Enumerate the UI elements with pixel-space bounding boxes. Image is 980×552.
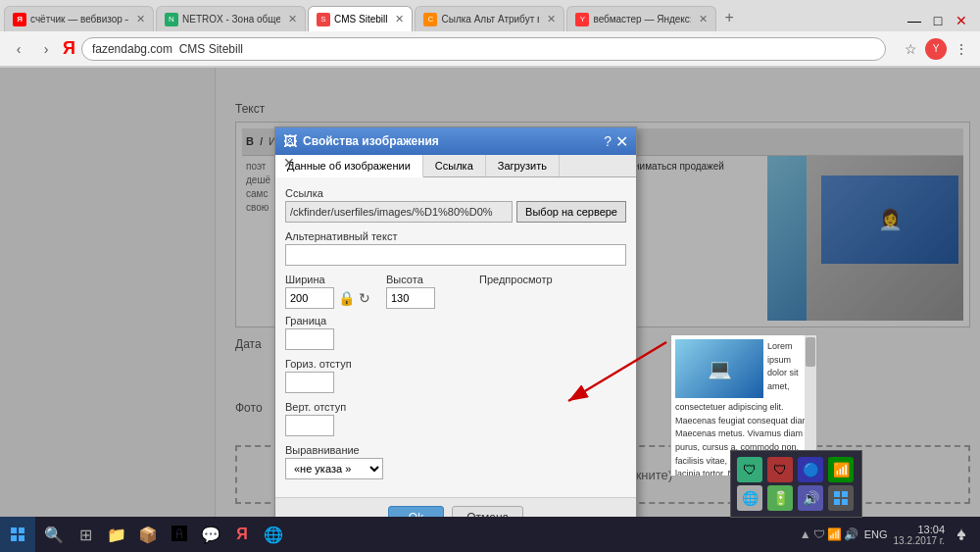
tab-label-counter: счётчик — вебвизор — Я... <box>30 14 128 25</box>
tab-webmaster[interactable]: Y вебмастер — Яндекс: наш... ✕ <box>566 6 716 31</box>
windows-start-icon <box>10 527 25 542</box>
two-col-layout: Ширина 🔒 ↻ Высота <box>285 274 626 487</box>
align-select[interactable]: «не указа » <box>285 458 383 479</box>
close-window-button[interactable]: ✕ <box>951 10 972 31</box>
tab-favicon-cms: S <box>317 13 330 26</box>
modal-tab-upload[interactable]: Загрузить <box>486 155 560 176</box>
link-form-row: Ссылка Выбор на сервере <box>285 187 626 223</box>
tab-close-counter[interactable]: ✕ <box>136 13 145 25</box>
forward-button[interactable]: › <box>35 38 57 60</box>
modal-titlebar: 🖼 Свойства изображения ? ✕ <box>275 127 636 155</box>
modal-image-icon: 🖼 <box>283 133 297 149</box>
hmargin-form-row: Гориз. отступ <box>285 358 471 393</box>
svg-rect-2 <box>834 491 840 497</box>
tab-label-cms: CMS Sitebill <box>334 14 387 25</box>
tab-close-netrox[interactable]: ✕ <box>288 13 297 25</box>
tray-icon-1[interactable]: 🛡 <box>737 457 762 482</box>
modal-tab-link[interactable]: Ссылка <box>423 155 486 176</box>
minimize-button[interactable]: — <box>904 10 925 31</box>
preview-label: Предпросмотр <box>479 274 626 285</box>
width-input[interactable] <box>285 287 334 309</box>
taskbar-items: 🔍 ⊞ 📁 📦 🅰 💬 Я 🌐 <box>35 520 792 549</box>
tray-icon-5[interactable]: 🌐 <box>737 485 762 511</box>
tray-icon-3[interactable]: 🔵 <box>798 457 823 482</box>
taskbar-chrome[interactable]: 🌐 <box>259 520 288 549</box>
height-label: Высота <box>386 274 435 285</box>
refresh-icon[interactable]: ↻ <box>359 290 370 306</box>
modal-title: Свойства изображения <box>303 134 439 148</box>
vmargin-input[interactable] <box>285 415 334 436</box>
tab-cms[interactable]: S CMS Sitebill ✕ <box>308 6 413 31</box>
browse-server-button[interactable]: Выбор на сервере <box>516 201 626 223</box>
taskbar-search[interactable]: 🔍 <box>39 520 69 549</box>
systray-icon-antivirus[interactable]: 🛡 <box>813 527 825 541</box>
systray-arrow[interactable]: ▲ <box>800 527 811 541</box>
browser-actions: ☆ Y ⋮ <box>900 38 972 60</box>
tray-icon-6[interactable]: 🔋 <box>767 485 793 511</box>
taskbar-task-view[interactable]: ⊞ <box>71 520 100 549</box>
back-button[interactable]: ‹ <box>8 38 29 60</box>
tab-close-ssilka[interactable]: ✕ <box>547 13 556 25</box>
tab-favicon-ssilka: С <box>423 13 437 26</box>
preview-image: 💻 <box>675 339 763 398</box>
size-row: Ширина 🔒 ↻ Высота <box>285 274 471 309</box>
tab-netrox[interactable]: N NETROX - Зона общения ✕ <box>156 6 306 31</box>
taskbar-yandex[interactable]: Я <box>227 520 257 549</box>
svg-rect-9 <box>19 535 24 541</box>
tray-icon-8[interactable] <box>828 485 854 511</box>
link-input-row: Выбор на сервере <box>285 201 626 223</box>
navigation-bar: ‹ › Я ☆ Y ⋮ <box>0 31 980 67</box>
taskbar-skype[interactable]: 💬 <box>196 520 225 549</box>
link-input[interactable] <box>285 201 513 223</box>
profile-button[interactable]: Y <box>925 38 947 60</box>
maximize-button[interactable]: □ <box>927 10 949 31</box>
tab-label-webmaster: вебмастер — Яндекс: наш... <box>593 14 691 25</box>
tab-favicon-webmaster: Y <box>575 13 589 26</box>
systray-icon-network[interactable]: 📶 <box>827 527 842 541</box>
clock: 13:04 13.2.2017 г. <box>894 524 945 546</box>
tab-ssilka[interactable]: С Сылка Альт Атрибут в адм... ✕ <box>415 6 564 31</box>
tab-bar: Я счётчик — вебвизор — Я... ✕ N NETROX -… <box>0 0 980 31</box>
modal-dialog: 🖼 Свойства изображения ? ✕ ✕ Данные об и… <box>274 126 637 546</box>
col-left: Ширина 🔒 ↻ Высота <box>285 274 471 487</box>
alt-label: Альтернативный текст <box>285 230 626 242</box>
tray-icon-7[interactable]: 🔊 <box>798 485 823 511</box>
time-display: 13:04 <box>894 524 945 535</box>
border-input[interactable] <box>285 328 334 350</box>
hmargin-input[interactable] <box>285 372 334 393</box>
notification-button[interactable] <box>951 524 972 545</box>
bookmark-button[interactable]: ☆ <box>900 38 921 60</box>
modal-help-button[interactable]: ? <box>604 133 612 149</box>
taskbar: 🔍 ⊞ 📁 📦 🅰 💬 Я 🌐 ▲ 🛡 📶 🔊 ENG 13:04 13.2.2… <box>0 517 980 552</box>
taskbar-dropbox[interactable]: 📦 <box>133 520 163 549</box>
align-label: Выравнивание <box>285 444 471 456</box>
tab-close-webmaster[interactable]: ✕ <box>699 13 708 25</box>
alt-input[interactable] <box>285 244 626 266</box>
main-area: Текст Дата 2017-0 Фото B I Источник поэт… <box>0 68 980 552</box>
language-indicator[interactable]: ENG <box>864 528 888 540</box>
address-bar[interactable] <box>81 37 886 61</box>
modal-close-button[interactable]: ✕ <box>615 132 628 151</box>
new-tab-button[interactable]: + <box>718 9 739 26</box>
systray-icon-volume[interactable]: 🔊 <box>844 527 858 541</box>
start-button[interactable] <box>0 517 35 552</box>
width-label: Ширина <box>285 274 370 285</box>
tray-icon-4[interactable]: 📶 <box>828 457 854 482</box>
tab-close-cms[interactable]: ✕ <box>395 13 404 25</box>
modal-x-button[interactable]: ✕ <box>283 155 295 171</box>
height-input[interactable] <box>386 287 435 309</box>
tab-counter[interactable]: Я счётчик — вебвизор — Я... ✕ <box>4 6 154 31</box>
svg-rect-3 <box>842 491 848 497</box>
taskbar-amazon[interactable]: 🅰 <box>165 520 194 549</box>
tray-icon-2[interactable]: 🛡 <box>767 457 793 482</box>
height-field: Высота <box>386 274 435 309</box>
modal-tabs: Данные об изображении Ссылка Загрузить <box>275 155 636 177</box>
taskbar-explorer[interactable]: 📁 <box>102 520 131 549</box>
tab-favicon-counter: Я <box>13 13 26 26</box>
lock-icon[interactable]: 🔒 <box>338 290 355 306</box>
preview-scrollbar-thumb[interactable] <box>806 337 815 367</box>
align-form-row: Выравнивание «не указа » <box>285 444 471 479</box>
menu-button[interactable]: ⋮ <box>951 38 972 60</box>
modal-tab-data[interactable]: Данные об изображении <box>275 155 423 177</box>
col-right: Предпросмотр 💻 Lorem ipsum dolor sit ame… <box>479 274 626 487</box>
